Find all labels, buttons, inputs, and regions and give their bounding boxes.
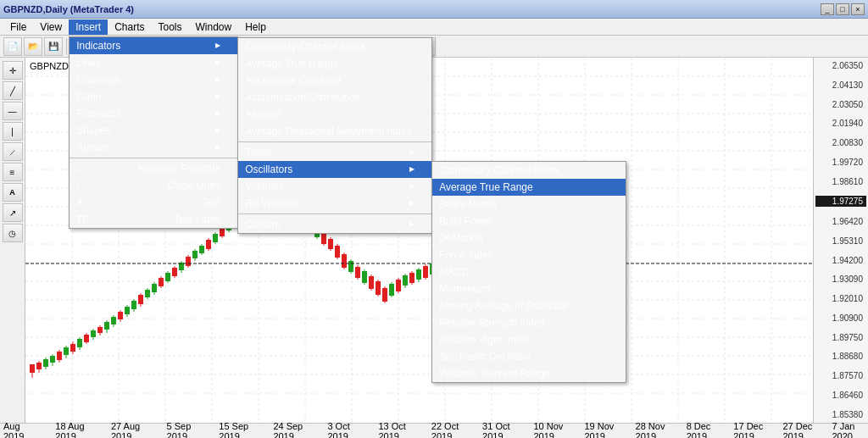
svg-rect-50 (77, 339, 82, 347)
time-label-16: 27 Dec 2019 (782, 421, 820, 439)
svg-rect-88 (206, 240, 211, 249)
insert-text-label[interactable]: TTText Label (70, 211, 237, 228)
insert-lines[interactable]: Lines ▶ (70, 54, 237, 71)
insert-fibonacci[interactable]: Fibonacci ▶ (70, 105, 237, 122)
price-1.87570: 1.87570 (815, 371, 866, 380)
price-1.92010: 1.92010 (815, 294, 866, 303)
insert-text[interactable]: AText (70, 194, 237, 211)
insert-indicators[interactable]: Indicators ▶ Commodity Channel Index Ave… (70, 37, 237, 54)
menu-file[interactable]: File (3, 19, 33, 35)
osc-demarker[interactable]: DeMarker (432, 230, 626, 247)
menu-help[interactable]: Help (238, 19, 273, 35)
menu-view[interactable]: View (33, 19, 69, 35)
svg-rect-92 (220, 229, 225, 236)
osc-williams[interactable]: Williams' Percent Range (432, 365, 626, 382)
price-2.04130: 2.04130 (815, 80, 866, 90)
osc-force-index[interactable]: Force Index (432, 247, 626, 263)
insert-shapes[interactable]: Shapes ▶ (70, 122, 237, 139)
tool-line[interactable]: ╱ (3, 81, 23, 100)
osc-moving-avg-osc[interactable]: Moving Average of Oscillator (432, 297, 626, 314)
price-1.89750: 1.89750 (815, 333, 866, 342)
osc-bulls-power[interactable]: Bulls Power (432, 213, 626, 230)
tool-period[interactable]: ◷ (3, 224, 23, 242)
osc-momentum[interactable]: Momentum (432, 280, 626, 297)
insert-arrows[interactable]: Arrows ▶ (70, 139, 237, 156)
tool-channel[interactable]: ⟋ (3, 142, 23, 161)
insert-gann[interactable]: Gann ▶ (70, 88, 237, 105)
osc-stochastic[interactable]: Stochastic Oscillator (432, 348, 626, 365)
maximize-button[interactable]: □ (836, 3, 849, 15)
svg-rect-146 (403, 275, 408, 286)
menu-bar: File View Insert Indicators ▶ Commodity … (0, 19, 868, 36)
ind-bill-williams[interactable]: Bill Williams ▶ (238, 195, 431, 212)
insert-channels[interactable]: Channels ▶ (70, 71, 237, 88)
svg-rect-78 (172, 268, 177, 276)
time-label-5: 15 Sep 2019 (219, 421, 256, 439)
time-label-1: Aug 2019 (3, 421, 31, 439)
left-toolbar: ✛ ╱ — | ⟋ ≡ A ↗ ◷ (0, 58, 25, 423)
price-current: 1.97275 (815, 196, 866, 207)
tool-arrow[interactable]: ↗ (3, 203, 23, 222)
tool-crosshair[interactable]: ✛ (3, 61, 23, 80)
svg-rect-64 (125, 307, 130, 314)
svg-rect-46 (64, 347, 69, 355)
osc-average-true-range[interactable]: Average True Range (432, 179, 626, 196)
menu-insert[interactable]: Insert Indicators ▶ Commodity Channel In… (69, 19, 108, 35)
price-1.98610: 1.98610 (815, 177, 866, 186)
ind-oscillators[interactable]: Oscillators ▶ Commodity Channel Index Av… (238, 161, 431, 178)
svg-rect-142 (389, 284, 394, 296)
tool-hline[interactable]: — (3, 102, 23, 120)
window-controls[interactable]: _ □ × (821, 3, 865, 15)
osc-bears-power[interactable]: Bears Power (432, 196, 626, 213)
close-button[interactable]: × (851, 3, 865, 15)
price-1.85380: 1.85380 (815, 410, 866, 419)
title-bar: GBPNZD,Daily (MetaTrader 4) _ □ × (0, 0, 868, 19)
svg-rect-52 (84, 335, 89, 342)
ind-custom[interactable]: Custom ▶ (238, 216, 431, 233)
svg-rect-68 (138, 295, 143, 304)
price-axis: 2.06350 2.04130 2.03050 2.01940 2.00830 … (813, 58, 868, 423)
minimize-button[interactable]: _ (821, 3, 834, 15)
svg-rect-54 (91, 330, 96, 337)
svg-rect-70 (145, 290, 150, 297)
svg-rect-76 (165, 273, 170, 281)
toolbar-save[interactable]: 💾 (44, 37, 63, 56)
svg-rect-140 (382, 288, 387, 302)
osc-relative-vigor[interactable]: Relative Vigor Index (432, 331, 626, 348)
toolbar-sep1 (66, 38, 67, 55)
time-label-6: 24 Sep 2019 (273, 421, 310, 439)
insert-cycle-lines[interactable]: ⦀Cycle Lines (70, 177, 237, 194)
svg-rect-48 (70, 344, 75, 352)
svg-rect-128 (342, 254, 347, 268)
ind-accelerator[interactable]: Accelerator Oscillator (238, 72, 431, 89)
ind-commodity-channel[interactable]: Commodity Channel Index (238, 38, 431, 55)
osc-rsi[interactable]: Relative Strength Index (432, 314, 626, 331)
tool-vline[interactable]: | (3, 122, 23, 141)
price-2.06350: 2.06350 (815, 61, 866, 70)
svg-rect-42 (50, 356, 55, 363)
ind-avg-directional[interactable]: Average Directional Movement Index (238, 123, 431, 140)
ind-average-true-range-top[interactable]: Average True Range (238, 55, 431, 72)
svg-rect-86 (199, 246, 204, 253)
time-label-12: 19 Nov 2019 (585, 421, 622, 439)
toolbar-new[interactable]: 📄 (3, 37, 22, 56)
ind-trend[interactable]: Trend ▶ (238, 144, 431, 161)
oscillators-submenu: Commodity Channel Index Average True Ran… (431, 161, 626, 383)
time-label-15: 17 Dec 2019 (733, 421, 771, 439)
svg-rect-72 (152, 284, 157, 292)
menu-charts[interactable]: Charts (108, 19, 151, 35)
osc-macd[interactable]: MACD (432, 263, 626, 280)
toolbar-open[interactable]: 📂 (24, 37, 42, 56)
svg-rect-40 (43, 359, 48, 367)
ind-volumes[interactable]: Volumes ▶ (238, 178, 431, 195)
ind-alligator[interactable]: Alligator (238, 106, 431, 123)
menu-tools[interactable]: Tools (152, 19, 189, 35)
osc-commodity-channel[interactable]: Commodity Channel Index (432, 162, 626, 179)
svg-rect-74 (159, 278, 164, 286)
insert-pitchfork[interactable]: ⟁Andrews' Pitchfork (70, 160, 237, 177)
menu-window[interactable]: Window (189, 19, 239, 35)
svg-rect-152 (423, 266, 428, 278)
ind-accumulation[interactable]: Accumulation/Distribution (238, 89, 431, 106)
tool-text[interactable]: A (3, 183, 23, 202)
tool-fib[interactable]: ≡ (3, 163, 23, 181)
